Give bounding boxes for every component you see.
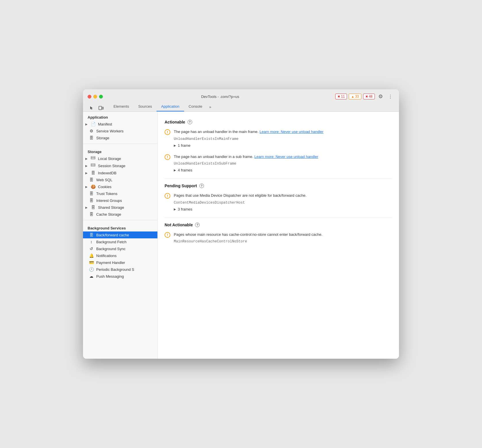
warning-content-1: The page has an unload handler in the ma… — [174, 129, 392, 148]
back-forward-cache-icon: 🗄 — [89, 233, 94, 237]
badge-group: ✖ 11 ▲ 33 ✖ 48 — [335, 94, 375, 99]
warning-circle-icon-4: ! — [165, 232, 170, 238]
sidebar-item-session-storage-label: Session Storage — [98, 164, 125, 168]
frames-count-3: 3 frames — [178, 207, 192, 211]
maximize-button[interactable] — [99, 95, 103, 99]
sidebar-section-application: Application — [83, 112, 157, 121]
more-options-button[interactable]: ⋮ — [386, 93, 394, 100]
sidebar-item-back-forward-cache[interactable]: 🗄 Back/forward cache — [83, 231, 157, 238]
tab-sources-label: Sources — [138, 104, 152, 109]
info-badge[interactable]: ✖ 48 — [363, 94, 375, 99]
info-count: 48 — [369, 94, 373, 99]
trust-tokens-icon: 🗄 — [89, 191, 94, 196]
sidebar: Application ▶ 📄 Manifest ⚙ Service Worke… — [83, 112, 158, 359]
not-actionable-help-icon[interactable]: ? — [195, 223, 200, 227]
local-storage-icon — [90, 156, 96, 161]
actionable-help-icon[interactable]: ? — [188, 120, 192, 124]
warning-link-2[interactable]: Learn more: Never use unload handler — [254, 155, 318, 159]
tab-elements-label: Elements — [113, 104, 129, 109]
session-storage-icon — [90, 163, 96, 168]
sidebar-item-storage-label: Storage — [96, 136, 109, 140]
frames-toggle-1[interactable]: ▶ 1 frame — [174, 143, 392, 148]
warning-content-2: The page has an unload handler in a sub … — [174, 154, 392, 173]
sidebar-item-service-workers[interactable]: ⚙ Service Workers — [83, 128, 157, 134]
warning-item-unload-sub: ! The page has an unload handler in a su… — [165, 154, 392, 173]
info-icon: ✖ — [365, 95, 368, 99]
shared-storage-icon: 🗄 — [90, 205, 96, 210]
frames-toggle-2[interactable]: ▶ 4 frames — [174, 167, 392, 173]
warning-circle-icon-2: ! — [165, 154, 170, 160]
warning-link-1[interactable]: Learn more: Never use unload handler — [260, 130, 324, 134]
sidebar-item-interest-groups[interactable]: 🗄 Interest Groups — [83, 197, 157, 204]
sidebar-item-web-sql[interactable]: 🗄 Web SQL — [83, 176, 157, 183]
sidebar-item-background-fetch-label: Background Fetch — [96, 240, 127, 244]
arrow-icon: ▶ — [85, 123, 88, 126]
sidebar-item-payment-handler[interactable]: 💳 Payment Handler — [83, 259, 157, 266]
sidebar-section-background: Background Services — [83, 223, 157, 231]
sidebar-item-local-storage[interactable]: ▶ Local Storage — [83, 155, 157, 162]
svg-rect-1 — [102, 107, 103, 109]
tab-console-label: Console — [189, 104, 203, 109]
arrow-icon: ▶ — [85, 171, 88, 175]
sidebar-item-trust-tokens[interactable]: 🗄 Trust Tokens — [83, 190, 157, 197]
periodic-background-icon: 🕐 — [89, 267, 94, 272]
settings-button[interactable]: ⚙ — [377, 93, 385, 100]
frames-count-1: 1 frame — [178, 143, 190, 148]
sidebar-item-storage[interactable]: 🗄 Storage — [83, 134, 157, 141]
cursor-tool-button[interactable] — [88, 105, 96, 111]
main-content: Actionable ? ! The page has an unload ha… — [158, 112, 399, 359]
device-toggle-button[interactable] — [97, 105, 105, 111]
sidebar-item-push-messaging[interactable]: ☁ Push Messaging — [83, 273, 157, 280]
toolbar-right: ✖ 11 ▲ 33 ✖ 48 ⚙ ⋮ — [333, 93, 394, 100]
sidebar-section-storage: Storage — [83, 146, 157, 155]
sidebar-item-periodic-background[interactable]: 🕐 Periodic Background S — [83, 266, 157, 273]
sidebar-item-cookies[interactable]: ▶ 🍪 Cookies — [83, 183, 157, 190]
sidebar-item-shared-storage[interactable]: ▶ 🗄 Shared Storage — [83, 204, 157, 211]
warning-icon: ▲ — [351, 95, 354, 98]
background-fetch-icon: ↕ — [89, 240, 94, 244]
not-actionable-section-header: Not Actionable ? — [165, 223, 392, 227]
tabs-row: Elements Sources Application Console » — [88, 103, 394, 111]
warning-badge[interactable]: ▲ 33 — [349, 94, 361, 99]
tab-application[interactable]: Application — [157, 103, 184, 111]
toolbar-left — [88, 105, 105, 111]
divider-2 — [83, 220, 157, 220]
sidebar-item-periodic-background-label: Periodic Background S — [96, 267, 134, 272]
sidebar-item-indexeddb-label: IndexedDB — [98, 171, 116, 175]
sidebar-item-background-fetch[interactable]: ↕ Background Fetch — [83, 238, 157, 245]
warning-text-4: Pages whose main resource has cache-cont… — [174, 232, 392, 237]
divider-main-1 — [165, 179, 392, 179]
tab-sources[interactable]: Sources — [134, 103, 157, 111]
svg-rect-4 — [91, 164, 95, 165]
push-messaging-icon: ☁ — [89, 274, 94, 279]
tab-console[interactable]: Console — [184, 103, 207, 111]
pending-section-header: Pending Support ? — [165, 184, 392, 188]
sidebar-item-background-sync[interactable]: ↺ Background Sync — [83, 245, 157, 252]
frames-arrow-icon-3: ▶ — [174, 208, 176, 211]
warning-circle-icon-3: ! — [165, 193, 170, 199]
warning-message-1: The page has an unload handler in the ma… — [174, 130, 259, 134]
sidebar-item-background-sync-label: Background Sync — [96, 247, 126, 251]
tab-more-button[interactable]: » — [207, 103, 213, 111]
sidebar-item-cache-storage-label: Cache Storage — [96, 212, 121, 217]
arrow-icon: ▶ — [85, 185, 88, 188]
pending-help-icon[interactable]: ? — [199, 184, 204, 188]
divider-1 — [83, 144, 157, 144]
minimize-button[interactable] — [93, 95, 97, 99]
sidebar-item-web-sql-label: Web SQL — [96, 178, 112, 182]
devtools-window: DevTools - .com/?p=us ✖ 11 ▲ 33 ✖ 48 — [83, 89, 399, 359]
sidebar-item-notifications[interactable]: 🔔 Notifications — [83, 252, 157, 259]
frames-toggle-3[interactable]: ▶ 3 frames — [174, 206, 392, 212]
frames-count-2: 4 frames — [178, 168, 192, 172]
arrow-icon: ▶ — [85, 164, 88, 167]
sidebar-item-manifest[interactable]: ▶ 📄 Manifest — [83, 121, 157, 128]
sidebar-item-cache-storage[interactable]: 🗄 Cache Storage — [83, 211, 157, 218]
error-icon: ✖ — [338, 95, 340, 99]
error-badge[interactable]: ✖ 11 — [335, 94, 347, 99]
sidebar-item-indexeddb[interactable]: ▶ 🗄 IndexedDB — [83, 169, 157, 176]
close-button[interactable] — [88, 95, 91, 99]
sidebar-item-session-storage[interactable]: ▶ Session Storage — [83, 162, 157, 169]
tab-elements[interactable]: Elements — [109, 103, 134, 111]
indexeddb-icon: 🗄 — [90, 171, 96, 175]
svg-rect-5 — [91, 165, 95, 166]
